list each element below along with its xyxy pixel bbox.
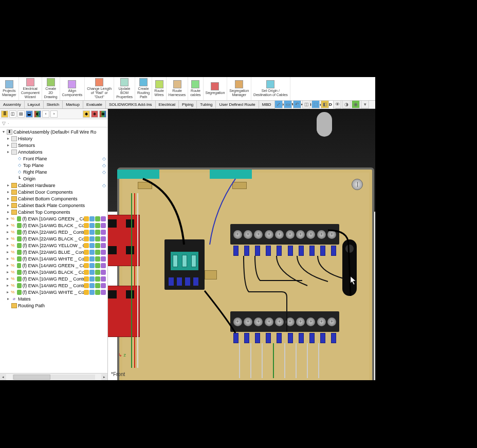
ribbon-routewires-button[interactable]: Route Wires — [152, 77, 167, 100]
subassy-icon — [17, 290, 22, 295]
tree-tab-hide-icon[interactable]: ‹ — [42, 110, 49, 118]
badge-icon — [89, 263, 95, 268]
tree-label: (f) EWA [22AWG RED _ Control]3247 — [23, 230, 84, 235]
badge-icon — [89, 230, 95, 235]
zoom-area-icon[interactable]: ▭ — [284, 100, 292, 108]
origin-icon: ┗ — [16, 176, 22, 181]
tree-item--f-ewa-14awg-black-control-32[interactable]: ▸%(f) EWA [14AWG BLACK _ Control]32 — [0, 222, 107, 229]
section-view-icon[interactable]: ◫ — [302, 100, 310, 108]
ribbon-segregation-button[interactable]: Segregation — [204, 77, 228, 100]
tree-hscrollbar[interactable]: ◂ ▸ — [0, 373, 107, 380]
tree-item-cabinet-top-components[interactable]: ▸Cabinet Top Components — [0, 209, 107, 215]
cmd-tab-user-defined-route[interactable]: User Defined Route — [216, 101, 259, 108]
chevron-right-icon: ▸ — [6, 276, 9, 281]
tree-item-sensors[interactable]: ▸Sensors — [0, 142, 107, 148]
cmd-tab-mbd[interactable]: MBD — [259, 101, 275, 108]
tree-tab-right1-icon[interactable]: ◆ — [83, 110, 90, 118]
tree-item-cabinet-back-plate-components[interactable]: ▸Cabinet Back Plate Components — [0, 202, 107, 209]
tree-item-cabinet-hardware[interactable]: ▸Cabinet Hardware◇ — [0, 182, 107, 189]
ribbon-bom-button[interactable]: Update BOM Properties — [114, 77, 135, 100]
chevron-right-icon: ▸ — [6, 136, 10, 141]
edit-appearance-icon[interactable]: ◑ — [342, 100, 351, 108]
cmd-tab-solidworks-add-ins[interactable]: SOLIDWORKS Add-Ins — [106, 101, 156, 108]
tree-item--f-ewa-10awg-white-control-46[interactable]: ▸%(f) EWA [10AWG WHITE _ Control]46 — [0, 289, 107, 295]
ribbon-align-button[interactable]: Align Components — [60, 77, 85, 100]
tree-tab-configs-icon[interactable]: ▤ — [17, 110, 25, 118]
tree-badges — [84, 256, 106, 262]
tree-item--f-ewa-22awg-yellow-control-[interactable]: ▸%(f) EWA [22AWG YELLOW _ Control] — [0, 242, 107, 249]
view-orient-icon[interactable]: ⬚ — [311, 100, 320, 108]
tree-tab-show-icon[interactable]: › — [50, 110, 58, 118]
ribbon-wizard-button[interactable]: Electrical Component Wizard — [19, 77, 42, 100]
cmd-tab-tubing[interactable]: Tubing — [197, 101, 216, 108]
cmd-tab-sketch[interactable]: Sketch — [44, 101, 63, 108]
tree-tab-display-icon[interactable]: ⬓ — [26, 110, 33, 118]
ribbon-segmgr-button[interactable]: Segregation Manager — [227, 77, 251, 100]
tree-item-top-plane[interactable]: ◇Top Plane◇ — [0, 162, 107, 169]
tree-item--f-ewa-22awg-blue-control-324[interactable]: ▸%(f) EWA [22AWG BLUE _ Control]324 — [0, 249, 107, 255]
tree-item--f-ewa-14awg-white-control-32[interactable]: ▸%(f) EWA [14AWG WHITE _ Control]32 — [0, 255, 107, 262]
ribbon-label: Update BOM Properties — [116, 87, 133, 99]
zoom-fit-icon[interactable]: ⤢ — [274, 100, 283, 108]
tree-item-right-plane[interactable]: ◇Right Plane◇ — [0, 169, 107, 175]
scroll-thumb[interactable] — [13, 375, 50, 380]
routeharness-icon — [173, 80, 181, 88]
tree-tab-appearance-icon[interactable]: ◐ — [34, 110, 41, 118]
tree-item--f-ewa-10awg-black-control-32[interactable]: ▸%(f) EWA [10AWG BLACK _ Control]32 — [0, 269, 107, 275]
tree-item--f-ewa-22awg-black-control-32[interactable]: ▸%(f) EWA [22AWG BLACK _ Control]32 — [0, 235, 107, 242]
view-settings-icon[interactable]: ▾ — [361, 100, 369, 108]
hide-show-icon[interactable]: 👁 — [333, 100, 341, 108]
tree-item--f-ewa-14awg-green-control-32[interactable]: ▸%(f) EWA [14AWG GREEN _ Control]32 — [0, 262, 107, 269]
tree-label: (f) EWA [22AWG BLUE _ Control]324 — [23, 250, 84, 255]
filter-icon: ▽ — [2, 121, 6, 126]
tree-item-cabinet-door-components[interactable]: ▸Cabinet Door Components — [0, 189, 107, 195]
ribbon-routepath-button[interactable]: Create Routing Path — [135, 77, 152, 100]
tree-item-annotations[interactable]: ▸Annotations — [0, 148, 107, 155]
scroll-track[interactable] — [12, 375, 95, 380]
cmd-tab-markup[interactable]: Markup — [63, 101, 83, 108]
badge-icon — [101, 256, 106, 262]
tree-item-front-plane[interactable]: ◇Front Plane◇ — [0, 155, 107, 162]
ribbon-projects-button[interactable]: Projects Manager — [0, 77, 19, 100]
tree-item-history[interactable]: ▸History — [0, 135, 107, 142]
tree-tab-right2-icon[interactable]: ◈ — [91, 110, 98, 118]
ribbon-routecables-button[interactable]: Route cables — [188, 77, 203, 100]
badge-icon — [89, 216, 95, 221]
tree-label: (f) EWA [10AWG BLACK _ Control]32 — [23, 270, 84, 275]
apply-scene-icon[interactable]: ◉ — [352, 100, 360, 108]
scroll-right-icon[interactable]: ▸ — [101, 374, 107, 380]
tree-item-cabinet-bottom-components[interactable]: ▸Cabinet Bottom Components — [0, 195, 107, 202]
tree-tab-property-icon[interactable]: ◫ — [9, 110, 16, 118]
ribbon-length-button[interactable]: Change Length of "Rail" or "Duct" — [85, 77, 114, 100]
tree-item--f-ewa-10awg-green-control-32[interactable]: ▸%(f) EWA [10AWG GREEN _ Control]32 — [0, 215, 107, 222]
badge-icon — [89, 223, 95, 228]
wire-bundle3 — [277, 256, 307, 286]
tree-item--f-ewa-14awg-red-control-3242[interactable]: ▸%(f) EWA [14AWG RED _ Control]3242 — [0, 282, 107, 289]
ribbon-create2d-button[interactable]: Create 2D Drawing — [42, 77, 60, 100]
prev-view-icon[interactable]: ↶ — [293, 100, 301, 108]
ribbon-setorigin-button[interactable]: Set Origin / Destination of Cables — [251, 77, 290, 100]
tree-label: (f) EWA [14AWG BLACK _ Control]32 — [23, 223, 84, 228]
display-style-icon[interactable]: ◧ — [321, 100, 329, 108]
cmd-tab-piping[interactable]: Piping — [179, 101, 197, 108]
tree-tab-right3-icon[interactable]: ◉ — [99, 110, 106, 118]
tree-item-origin[interactable]: ┗Origin — [0, 175, 107, 182]
ribbon-routeharness-button[interactable]: Route Harnesses — [167, 77, 188, 100]
tree-root[interactable]: ▾⬍CabinetAssembly (Default< Full Wire Ro — [0, 128, 107, 135]
tree-filter-bar[interactable]: ▽ · — [0, 119, 107, 127]
cmd-tab-electrical[interactable]: Electrical — [156, 101, 179, 108]
tree-item--f-ewa-22awg-red-control-3247[interactable]: ▸%(f) EWA [22AWG RED _ Control]3247 — [0, 229, 107, 235]
tree-item--f-ewa-10awg-red-control-3244[interactable]: ▸%(f) EWA [10AWG RED _ Control]3244 — [0, 275, 107, 282]
setorigin-icon — [266, 80, 274, 88]
cmd-tab-evaluate[interactable]: Evaluate — [83, 101, 106, 108]
ribbon-label: Route Wires — [154, 89, 164, 97]
scroll-left-icon[interactable]: ◂ — [0, 374, 6, 380]
cmd-tab-assembly[interactable]: Assembly — [0, 101, 25, 108]
badge-icon — [95, 216, 100, 221]
tree-tab-feature-icon[interactable]: ≣ — [1, 110, 8, 118]
tree-item-mates[interactable]: ▸⌀Mates — [0, 295, 107, 302]
fuse-holder — [342, 239, 357, 296]
tree-item-routing-path[interactable]: Routing Path — [0, 302, 107, 309]
cmd-tab-layout[interactable]: Layout — [25, 101, 44, 108]
extra-plane-icon: ◇ — [102, 163, 106, 168]
